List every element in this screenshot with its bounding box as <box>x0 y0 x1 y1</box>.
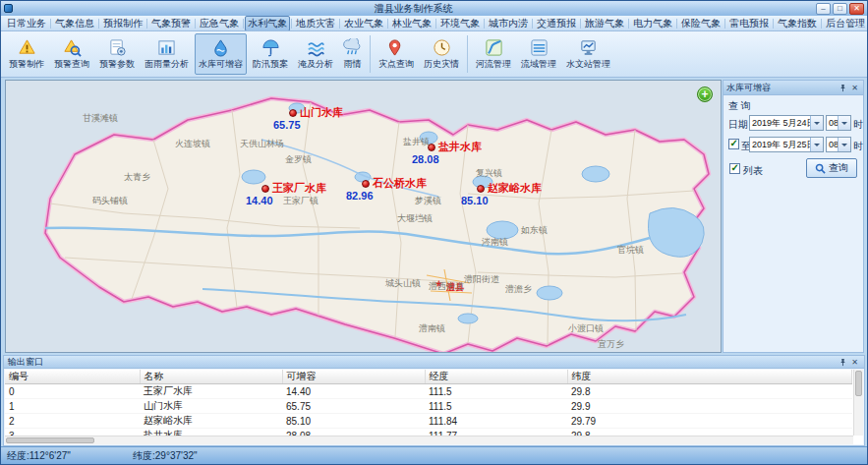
town-label: 小渡口镇 <box>568 322 604 335</box>
toolbar-button-label: 防汛预案 <box>253 58 288 71</box>
horizontal-scrollbar[interactable] <box>5 436 853 444</box>
warning-params-button[interactable]: 预警参数 <box>95 33 139 75</box>
menu-tab[interactable]: 后台管理 <box>823 16 867 31</box>
menu-tab[interactable]: 保险气象 <box>678 16 723 31</box>
output-close-button[interactable] <box>849 357 860 368</box>
rain-button[interactable]: 雨情 <box>339 33 366 75</box>
town-label: 大堰垱镇 <box>397 212 433 225</box>
menu-tab[interactable]: 城市内涝 <box>486 16 531 31</box>
table-cell: 111.84 <box>425 414 567 429</box>
reservoir-capacity-button[interactable]: 水库可增容 <box>195 33 247 75</box>
menu-tab[interactable]: 气象信息 <box>52 16 97 31</box>
town-label: 金罗镇 <box>285 153 312 166</box>
menu-tab[interactable]: 林业气象 <box>389 16 434 31</box>
output-panel: 输出窗口 编号名称可增容经度纬度 0王家厂水库14.40111.529.81山门… <box>3 355 865 446</box>
start-hour-select[interactable]: 08 <box>826 115 851 131</box>
window-title: 澧县业务制作系统 <box>13 1 814 16</box>
end-hour-value: 08 <box>827 140 838 149</box>
table-row[interactable]: 1山门水库65.75111.529.9 <box>5 399 852 414</box>
menu-separator <box>339 19 340 29</box>
town-label: 澧南镇 <box>419 322 445 335</box>
maximize-button[interactable] <box>833 3 847 15</box>
toolbar-button-label: 预警查询 <box>54 58 89 71</box>
menu-separator <box>98 19 99 29</box>
table-cell: 111.5 <box>425 384 567 399</box>
menu-separator <box>580 19 581 29</box>
menu-tab[interactable]: 雷电预报 <box>726 16 772 31</box>
chevron-down-icon <box>838 138 850 151</box>
menu-tab[interactable]: 日常业务 <box>4 16 49 31</box>
app-icon <box>4 4 13 13</box>
menu-tab[interactable]: 水利气象 <box>245 16 290 31</box>
pin-icon[interactable] <box>838 357 848 368</box>
close-button[interactable] <box>849 3 864 15</box>
start-date-select[interactable]: 2019年 5月24日 <box>749 115 824 131</box>
menu-tab[interactable]: 气象指数 <box>775 16 820 31</box>
query-button[interactable]: 查询 <box>806 158 857 178</box>
history-button[interactable]: 历史灾情 <box>420 33 463 75</box>
inundation-button[interactable]: 淹及分析 <box>294 33 337 75</box>
basin-button[interactable]: 流域管理 <box>517 33 560 75</box>
table-cell: 111.5 <box>425 399 567 414</box>
menu-separator <box>676 19 677 29</box>
hydro-station-button[interactable]: 水文站管理 <box>562 33 614 75</box>
menu-separator <box>50 19 51 29</box>
rain-analysis-button[interactable]: 面雨量分析 <box>141 33 193 75</box>
end-date-select[interactable]: 2019年 5月25日 <box>749 137 824 152</box>
basin-icon <box>530 38 549 57</box>
reservoir-value: 65.75 <box>273 119 301 131</box>
toolbar-button-label: 水文站管理 <box>566 58 610 71</box>
add-layer-button[interactable]: + <box>697 87 713 102</box>
start-hour-value: 08 <box>827 118 838 128</box>
table-cell: 29.8 <box>567 384 852 399</box>
pin-icon[interactable] <box>838 83 848 93</box>
minimize-button[interactable] <box>816 3 831 15</box>
hydro-station-icon <box>579 38 598 57</box>
disaster-query-button[interactable]: 灾点查询 <box>375 33 418 75</box>
town-label: 城头山镇 <box>385 277 421 290</box>
column-header: 纬度 <box>567 370 852 384</box>
river-button[interactable]: 河流管理 <box>472 33 515 75</box>
menu-tab[interactable]: 交通预报 <box>534 16 579 31</box>
end-date-value: 2019年 5月25日 <box>750 139 810 151</box>
table-row[interactable]: 2赵家峪水库85.10111.8429.79 <box>5 414 852 429</box>
menu-separator <box>724 19 725 29</box>
end-hour-select[interactable]: 08 <box>826 137 851 152</box>
query-form: 查 询 日期 2019年 5月24日 08 时 至 2019年 5月25日 <box>723 95 863 352</box>
table-header-row: 编号名称可增容经度纬度 <box>5 370 852 384</box>
panel-close-button[interactable] <box>849 83 860 93</box>
table-cell: 王家厂水库 <box>140 384 282 399</box>
warning-edit-icon <box>18 38 36 57</box>
menu-tab[interactable]: 气象预警 <box>148 16 194 31</box>
scrollbar-thumb[interactable] <box>855 371 862 396</box>
titlebar: 澧县业务制作系统 <box>1 1 867 16</box>
vertical-scrollbar[interactable] <box>853 370 863 436</box>
menu-tab[interactable]: 预报制作 <box>100 16 145 31</box>
warning-edit-button[interactable]: 预警制作 <box>5 33 48 75</box>
list-label: 列表 <box>743 164 763 178</box>
menu-tab[interactable]: 应急气象 <box>197 16 242 31</box>
menu-separator <box>387 19 388 29</box>
warning-search-button[interactable]: 预警查询 <box>50 33 93 75</box>
chevron-down-icon <box>838 116 850 130</box>
menu-tab[interactable]: 旅游气象 <box>582 16 627 31</box>
end-date-checkbox[interactable] <box>728 139 739 149</box>
menu-tab[interactable]: 环境气象 <box>437 16 483 31</box>
menu-tab[interactable]: 电力气象 <box>630 16 675 31</box>
flood-plan-button[interactable]: 防汛预案 <box>249 33 292 75</box>
status-bar: 经度:112°6'27" 纬度:29°37'32" <box>1 446 867 464</box>
list-checkbox[interactable] <box>729 163 740 174</box>
scrollbar-thumb[interactable] <box>6 437 94 443</box>
toolbar-button-label: 水库可增容 <box>199 58 243 71</box>
history-icon <box>433 38 451 57</box>
map-labels-layer: ★ 澧县 甘溪滩镇火连坡镇天供山林场金罗镇盐井镇复兴镇太青乡码头铺镇王家厂镇梦溪… <box>6 81 722 353</box>
menu-tab[interactable]: 农业气象 <box>341 16 386 31</box>
panel-header: 水库可增容 <box>723 81 863 95</box>
menu-tab[interactable]: 地质灾害 <box>293 16 338 31</box>
menu-separator <box>195 19 196 29</box>
table-cell: 29.79 <box>567 414 852 429</box>
main-area: ★ 澧县 甘溪滩镇火连坡镇天供山林场金罗镇盐井镇复兴镇太青乡码头铺镇王家厂镇梦溪… <box>1 78 867 355</box>
map-area[interactable]: ★ 澧县 甘溪滩镇火连坡镇天供山林场金罗镇盐井镇复兴镇太青乡码头铺镇王家厂镇梦溪… <box>5 80 722 353</box>
town-label: 澧阳街道 <box>464 273 499 286</box>
table-row[interactable]: 0王家厂水库14.40111.529.8 <box>5 384 852 399</box>
